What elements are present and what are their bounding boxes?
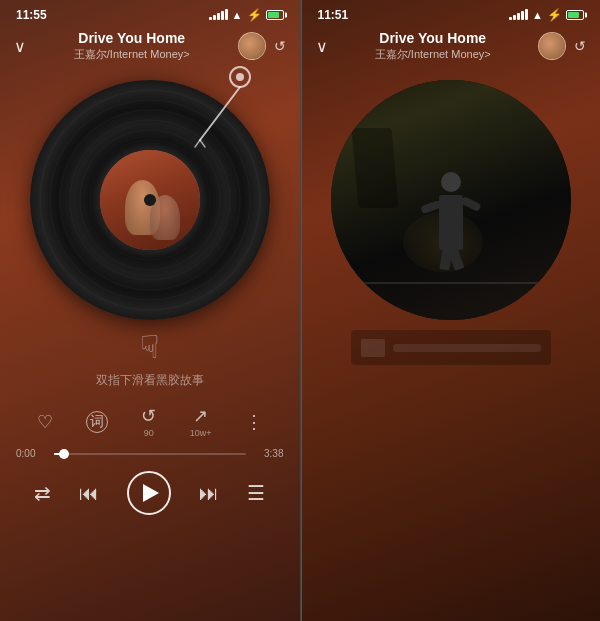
status-bar-left: 11:55 ▲ ⚡ [0,0,300,26]
song-artist-left: 王嘉尔/Internet Money> [26,47,238,62]
controls-row: ♡ 词 ↺ 90 ↗ 10w+ ⋮ [0,399,300,444]
signal-icon [209,10,228,20]
song-title-right: Drive You Home [328,30,539,46]
battery-lightning-icon: ⚡ [247,8,262,22]
figure-arm-left [420,200,442,214]
status-icons-right: ▲ ⚡ [509,8,584,22]
avatar-left[interactable] [238,32,266,60]
video-light [526,90,541,105]
song-artist-right: 王嘉尔/Internet Money> [328,47,539,62]
status-icons-left: ▲ ⚡ [209,8,284,22]
partial-bar [318,330,585,365]
partial-icon [361,339,385,357]
avatar-right[interactable] [538,32,566,60]
play-button[interactable] [127,471,171,515]
video-floor [331,282,571,284]
progress-container[interactable]: 0:00 3:38 [0,444,300,463]
fullscreen-icon[interactable] [535,284,557,306]
header-left: ∨ Drive You Home 王嘉尔/Internet Money> ↺ [0,26,300,70]
refresh-button-right[interactable]: ↺ [574,38,586,54]
song-title-left: Drive You Home [26,30,238,46]
progress-bar[interactable] [54,453,246,455]
figure-head [441,172,461,192]
svg-point-1 [236,73,244,81]
progress-fill [54,453,64,455]
video-circle [331,80,571,320]
next-button[interactable]: ⏭ [199,482,219,505]
svg-line-4 [200,140,205,147]
vinyl-container [30,80,270,320]
status-bar-right: 11:51 ▲ ⚡ [302,0,601,26]
below-circle [302,330,601,365]
refresh-button-left[interactable]: ↺ [274,38,286,54]
partial-content-bar [351,330,551,365]
fullscreen-icon-inner [541,290,551,300]
tonearm [180,65,260,155]
queue-button[interactable]: ☰ [247,481,265,505]
tonearm-svg [180,65,260,155]
gesture-hint: 双指下滑看黑胶故事 [0,372,300,389]
figure-body [439,195,463,250]
loop-button[interactable]: ↺ 90 [141,405,156,438]
wifi-icon-right: ▲ [532,9,543,21]
heart-icon: ♡ [37,411,53,433]
gesture-container: ☟ 双指下滑看黑胶故事 [0,328,300,389]
gesture-icon: ☟ [0,328,300,366]
video-scene [331,80,571,320]
playback-controls: ⇄ ⏮ ⏭ ☰ [0,463,300,527]
lyrics-button[interactable]: 词 [86,411,108,433]
share-icon: ↗ [193,405,208,427]
figure-leg-right [447,247,464,271]
header-actions-right: ↺ [538,32,586,60]
back-button-right[interactable]: ∨ [316,37,328,56]
more-button[interactable]: ⋮ [245,411,263,433]
time-left: 11:55 [16,8,47,22]
vinyl-hole [144,194,156,206]
time-current: 0:00 [16,448,46,459]
bg-shadow [351,128,398,208]
song-info-right: Drive You Home 王嘉尔/Internet Money> [328,30,539,62]
back-button-left[interactable]: ∨ [14,37,26,56]
left-phone: 11:55 ▲ ⚡ ∨ Drive You Home 王嘉尔/Internet … [0,0,300,621]
header-right: ∨ Drive You Home 王嘉尔/Internet Money> ↺ [302,26,601,70]
loop-icon: ↺ [141,405,156,427]
svg-line-2 [200,87,240,140]
battery-icon-right [566,10,584,20]
prev-button[interactable]: ⏮ [79,482,99,505]
lyrics-icon: 词 [86,411,108,433]
time-total: 3:38 [254,448,284,459]
vinyl-art [100,150,200,250]
like-button[interactable]: ♡ [37,411,53,433]
time-right: 11:51 [318,8,349,22]
play-icon [143,484,159,502]
signal-icon-right [509,10,528,20]
progress-dot [59,449,69,459]
video-figure [421,172,481,272]
battery-icon [266,10,284,20]
wifi-icon: ▲ [232,9,243,21]
svg-line-3 [195,140,200,147]
header-actions-left: ↺ [238,32,286,60]
loop-label: 90 [144,428,154,438]
partial-text [393,344,541,352]
right-phone: 11:51 ▲ ⚡ ∨ Drive You Home 王嘉尔/Internet … [301,0,601,621]
more-icon: ⋮ [245,412,263,432]
shuffle-button[interactable]: ⇄ [34,481,51,505]
song-info-left: Drive You Home 王嘉尔/Internet Money> [26,30,238,62]
video-circle-container [331,80,571,320]
figure-arm-right [460,196,482,212]
battery-lightning-icon-right: ⚡ [547,8,562,22]
share-button[interactable]: ↗ 10w+ [190,405,212,438]
share-count: 10w+ [190,428,212,438]
